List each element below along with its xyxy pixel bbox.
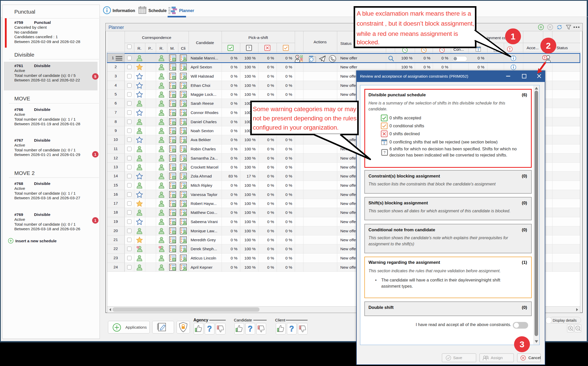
svg-text:?: ? [248,324,253,333]
svg-text:?: ? [248,46,250,50]
svg-text:?: ? [384,150,386,154]
svg-text:?: ? [289,324,294,333]
svg-text:?: ? [207,324,212,333]
